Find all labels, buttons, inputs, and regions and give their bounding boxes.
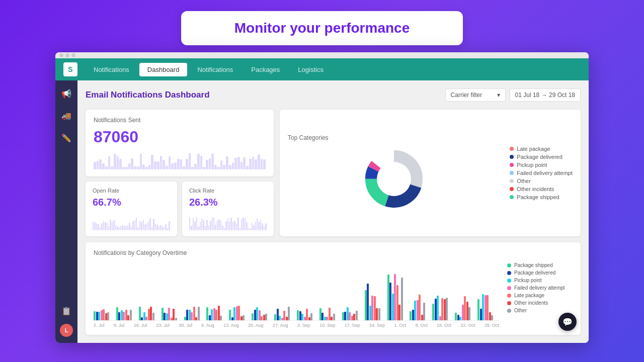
bar-legend-dot-late-package	[507, 294, 511, 298]
bar-segment	[279, 316, 281, 320]
bar-segment	[401, 278, 403, 320]
bar-segment	[419, 295, 421, 320]
x-label: 22. Oct	[460, 323, 475, 328]
nav-item-logistics[interactable]: Logistics	[290, 63, 332, 76]
bar-segment	[301, 314, 303, 320]
bar-group	[252, 307, 273, 320]
header-controls: Carrier filter ▾ 01 Jul 18 → 29 Oct 18	[445, 88, 581, 102]
bar-segment	[256, 307, 258, 320]
bar-segment	[365, 290, 367, 320]
x-label: 2. Jul	[94, 323, 105, 328]
bar-segment	[229, 310, 231, 320]
bar-segment	[139, 307, 141, 320]
bar-segment	[263, 315, 265, 320]
bar-segment	[487, 295, 489, 320]
bar-group	[477, 294, 499, 320]
svg-point-5	[377, 162, 411, 196]
bar-segment	[351, 316, 353, 320]
bar-segment	[143, 312, 145, 320]
bar-segment	[162, 308, 164, 320]
bar-segment	[105, 313, 107, 320]
bar-segment	[333, 314, 335, 320]
banner-title: Monitor your performance	[201, 20, 443, 36]
date-range-picker[interactable]: 01 Jul 18 → 29 Oct 18	[510, 88, 581, 102]
top-nav: S Notifications Dashboard Notifications …	[55, 58, 589, 80]
bar-segment	[121, 310, 123, 320]
nav-item-notifications[interactable]: Notifications	[189, 63, 241, 76]
bar-segment	[94, 311, 96, 320]
bar-segment	[240, 316, 243, 320]
bar-segment	[485, 295, 487, 320]
bar-segment	[259, 310, 261, 320]
bar-segment	[283, 311, 285, 320]
chat-button[interactable]: 💬	[558, 313, 577, 331]
bar-segment	[274, 314, 276, 320]
bar-segment	[206, 307, 208, 320]
click-rate-label: Click Rate	[189, 188, 267, 194]
donut-chart	[361, 146, 427, 212]
x-label: 3. Sep	[297, 323, 310, 328]
sidebar-icon-doc[interactable]: 📋	[59, 304, 73, 318]
bar-group	[116, 307, 138, 320]
sidebar: 📢 🚚 ✏️ 📋 L	[55, 80, 77, 343]
legend-item-late-package: Late package	[510, 146, 573, 152]
carrier-filter-dropdown[interactable]: Carrier filter ▾	[445, 88, 506, 102]
bar-segment	[392, 294, 394, 320]
bar-group	[139, 307, 160, 320]
sidebar-icon-truck[interactable]: 🚚	[59, 109, 73, 123]
bar-chart-card: Notifications by Category Overtime 2. Ju…	[86, 242, 581, 335]
bar-segment	[281, 318, 283, 320]
chart-area: 2. Jul9. Jul16. Jul23. Jul30. Jul6. Aug1…	[94, 262, 573, 328]
bar-segment	[489, 312, 491, 320]
bar-segment	[435, 299, 437, 320]
categories-legend: Late package Package delivered Pickup po…	[510, 146, 573, 200]
notifications-sent-card: Notifications Sent 87060	[86, 110, 274, 176]
bar-segment	[96, 312, 98, 320]
bar-segment	[148, 309, 150, 320]
x-label: 6. Aug	[201, 323, 214, 328]
bar-segment	[238, 306, 240, 320]
bar-segment	[191, 312, 193, 320]
bar-group	[274, 307, 296, 320]
x-label: 9. Jul	[114, 323, 125, 328]
bar-legend-pickup-point: Pickup point	[507, 278, 573, 283]
bar-segment	[107, 312, 109, 320]
sidebar-icon-edit[interactable]: ✏️	[59, 131, 73, 145]
bar-segment	[277, 309, 279, 320]
top-banner: Monitor your performance	[181, 11, 463, 45]
nav-item-notifications-breadcrumb[interactable]: Notifications	[86, 63, 137, 76]
bar-segment	[468, 307, 470, 320]
dashboard: Email Notifications Dashboard Carrier fi…	[77, 80, 589, 343]
nav-item-packages[interactable]: Packages	[243, 63, 288, 76]
open-rate-label: Open Rate	[93, 188, 170, 194]
bar-segment	[98, 312, 100, 320]
nav-item-dashboard[interactable]: Dashboard	[139, 63, 188, 76]
bar-legend-dot-failed-delivery	[507, 286, 511, 290]
bar-segment	[423, 303, 425, 320]
bar-segment	[324, 317, 326, 320]
notifications-sent-label: Notifications Sent	[94, 117, 266, 124]
bar-segment	[482, 294, 484, 320]
bar-segment	[464, 296, 466, 320]
avatar[interactable]: L	[60, 324, 73, 337]
bar-segment	[265, 314, 267, 320]
bar-segment	[356, 311, 358, 320]
bar-segment	[164, 313, 166, 320]
bar-segment	[168, 308, 170, 320]
bar-segment	[150, 307, 152, 320]
sidebar-icon-megaphone[interactable]: 📢	[59, 86, 73, 101]
bar-segment	[462, 305, 464, 320]
bar-group	[365, 284, 386, 321]
legend-item-package-shipped: Package shipped	[510, 194, 573, 200]
legend-dot-pickup-point	[510, 163, 514, 167]
bar-segment	[446, 298, 448, 320]
bar-group	[229, 306, 251, 320]
legend-dot-failed-delivery	[510, 171, 514, 175]
bar-segment	[130, 310, 132, 320]
bar-segment	[371, 296, 373, 320]
bar-segment	[396, 285, 398, 320]
bar-segment	[116, 307, 118, 320]
bar-segment	[321, 313, 324, 320]
bar-segment	[308, 317, 310, 320]
bar-group	[342, 307, 364, 320]
